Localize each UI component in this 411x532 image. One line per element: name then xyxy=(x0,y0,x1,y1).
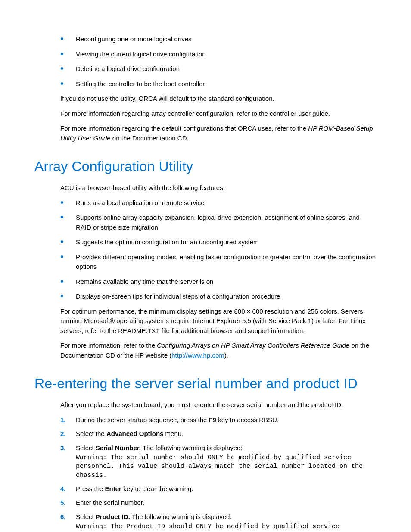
step-item: Enter the serial number. xyxy=(60,498,377,508)
list-item-text: Suggests the optimum configuration for a… xyxy=(76,238,258,246)
body-text: If you do not use the utility, ORCA will… xyxy=(60,94,377,104)
step-item: Select Serial Number. The following warn… xyxy=(60,443,377,480)
lead-section: Reconfiguring one or more logical drives… xyxy=(60,34,377,143)
list-item-text: Runs as a local application or remote se… xyxy=(76,199,204,206)
list-item: Provides different operating modes, enab… xyxy=(60,252,377,272)
text-run: on the Documentation CD. xyxy=(111,134,189,142)
warning-text: Warning: The Product ID should ONLY be m… xyxy=(76,523,377,532)
text-run: The following warning is displayed: xyxy=(141,444,243,451)
text-run: During the server startup sequence, pres… xyxy=(76,416,209,423)
bold-term: Serial Number. xyxy=(96,444,141,451)
list-item: Setting the controller to be the boot co… xyxy=(60,79,377,89)
doc-title-italic: Configuring Arrays on HP Smart Array Con… xyxy=(157,342,349,349)
bold-term: Product ID. xyxy=(96,513,130,520)
text-run: Select xyxy=(76,513,96,520)
list-item-text: Viewing the current logical drive config… xyxy=(76,50,206,58)
text-run: Select xyxy=(76,444,96,451)
list-item: Reconfiguring one or more logical drives xyxy=(60,34,377,44)
acu-section: ACU is a browser-based utility with the … xyxy=(60,183,377,360)
body-text: ACU is a browser-based utility with the … xyxy=(60,183,377,193)
list-item: Displays on-screen tips for individual s… xyxy=(60,292,377,302)
list-item-text: Deleting a logical drive configuration xyxy=(76,65,180,72)
list-item: Remains available any time that the serv… xyxy=(60,277,377,287)
text-run: menu. xyxy=(163,430,183,437)
steps-list: During the server startup sequence, pres… xyxy=(60,415,377,532)
list-item-text: Reconfiguring one or more logical drives xyxy=(76,35,191,43)
list-item-text: Displays on-screen tips for individual s… xyxy=(76,292,280,300)
text-run: For more information regarding the defau… xyxy=(60,124,308,132)
step-item: During the server startup sequence, pres… xyxy=(60,415,377,425)
list-item: Suggests the optimum configuration for a… xyxy=(60,237,377,247)
body-text: For more information, refer to the Confi… xyxy=(60,341,377,360)
bold-term: Advanced Options xyxy=(106,430,164,437)
step-item: Select Product ID. The following warning… xyxy=(60,512,377,532)
text-run: For more information, refer to the xyxy=(60,342,157,349)
body-text: For more information regarding the defau… xyxy=(60,124,377,143)
list-item: Viewing the current logical drive config… xyxy=(60,50,377,59)
heading-reenter: Re-entering the server serial number and… xyxy=(34,373,377,394)
text-run: ). xyxy=(224,352,228,359)
list-item-text: Provides different operating modes, enab… xyxy=(76,253,376,271)
text-run: Press the xyxy=(76,485,105,492)
text-run: key to clear the warning. xyxy=(121,485,193,492)
step-item: Select the Advanced Options menu. xyxy=(60,429,377,439)
text-run: key to access RBSU. xyxy=(216,416,279,423)
body-text: For optimum performance, the minimum dis… xyxy=(60,307,377,336)
list-item: Supports online array capacity expansion… xyxy=(60,213,377,232)
list-item-text: Supports online array capacity expansion… xyxy=(76,214,360,231)
warning-text: Warning: The serial number should ONLY b… xyxy=(76,454,377,480)
list-item: Runs as a local application or remote se… xyxy=(60,198,377,208)
heading-acu: Array Configuration Utility xyxy=(34,156,377,177)
body-text: For more information regarding array con… xyxy=(60,109,377,119)
text-run: Enter the serial number. xyxy=(76,499,144,506)
bold-key: F9 xyxy=(209,416,217,423)
list-item: Deleting a logical drive configuration xyxy=(60,64,377,74)
list-item-text: Setting the controller to be the boot co… xyxy=(76,80,205,87)
acu-bullet-list: Runs as a local application or remote se… xyxy=(60,198,377,302)
step-item: Press the Enter key to clear the warning… xyxy=(60,484,377,494)
list-item-text: Remains available any time that the serv… xyxy=(76,278,213,285)
text-run: The following warning is displayed. xyxy=(130,513,232,520)
lead-bullet-list: Reconfiguring one or more logical drives… xyxy=(60,34,377,89)
body-text: After you replace the system board, you … xyxy=(60,400,377,410)
text-run: Select the xyxy=(76,430,106,437)
hp-website-link[interactable]: http://www.hp.com xyxy=(171,352,224,359)
bold-key: Enter xyxy=(105,485,121,492)
reenter-section: After you replace the system board, you … xyxy=(60,400,377,532)
